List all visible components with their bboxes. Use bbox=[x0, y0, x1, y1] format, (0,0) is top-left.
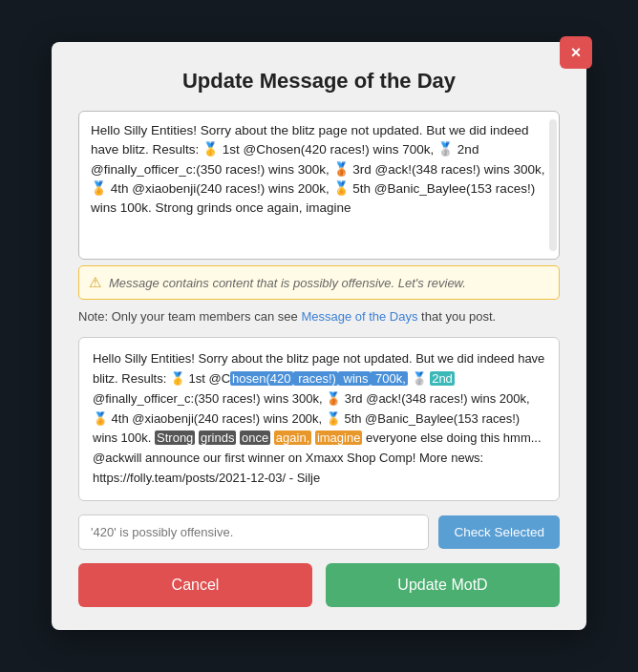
message-textarea-wrapper: Hello Silly Entities! Sorry about the bl… bbox=[78, 111, 560, 260]
highlight-700k: 700k, bbox=[371, 371, 408, 386]
highlight-imagine: imagine bbox=[315, 430, 363, 445]
action-row: Cancel Update MotD bbox=[78, 563, 560, 607]
warning-icon: ⚠ bbox=[89, 274, 101, 291]
preview-box: Hello Silly Entities! Sorry about the bl… bbox=[78, 337, 560, 501]
close-button[interactable]: × bbox=[560, 36, 592, 69]
note-text: Note: Only your team members can see Mes… bbox=[78, 309, 560, 324]
update-motd-button[interactable]: Update MotD bbox=[326, 563, 560, 607]
highlight-wins: wins bbox=[338, 371, 371, 386]
bottom-row: Check Selected bbox=[78, 514, 560, 550]
message-textarea[interactable]: Hello Silly Entities! Sorry about the bl… bbox=[91, 121, 547, 245]
note-link: Message of the Days bbox=[301, 309, 417, 324]
offensive-input[interactable] bbox=[78, 514, 429, 550]
modal-overlay: × Update Message of the Day Hello Silly … bbox=[0, 0, 638, 672]
highlight-grinds: grinds bbox=[199, 430, 236, 445]
check-selected-button[interactable]: Check Selected bbox=[438, 515, 560, 549]
highlight-races: races!) bbox=[293, 371, 338, 386]
cancel-button[interactable]: Cancel bbox=[78, 563, 312, 607]
scrollbar[interactable] bbox=[549, 119, 557, 251]
warning-bar: ⚠ Message contains content that is possi… bbox=[78, 265, 560, 300]
modal-title: Update Message of the Day bbox=[78, 69, 560, 94]
highlight-again: again, bbox=[274, 430, 311, 445]
modal-container: × Update Message of the Day Hello Silly … bbox=[52, 42, 586, 630]
highlight-2nd: 2nd bbox=[430, 371, 455, 386]
highlight-strong: Strong bbox=[155, 430, 195, 445]
highlight-chosen: hosen(420 bbox=[230, 371, 292, 386]
highlight-once: once bbox=[240, 430, 270, 445]
warning-text: Message contains content that is possibl… bbox=[109, 276, 466, 290]
